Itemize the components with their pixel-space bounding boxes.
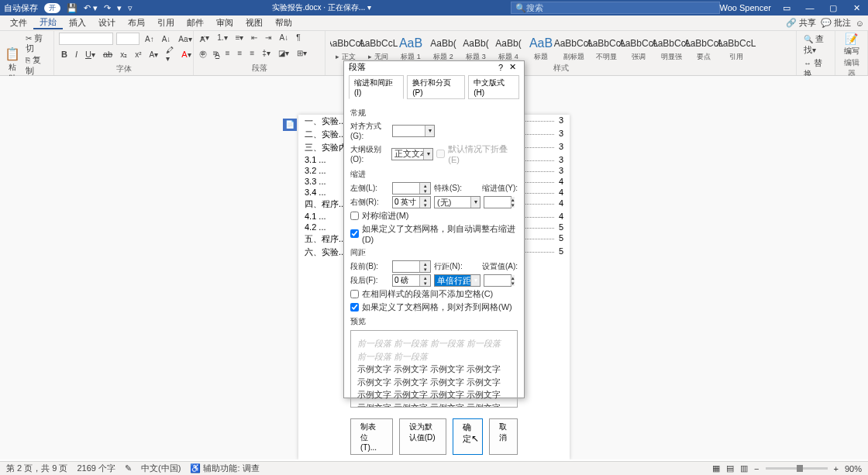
nosame-checkbox[interactable]	[350, 290, 359, 298]
style-item-7[interactable]: AaBbCcL副标题	[558, 33, 589, 63]
share-button[interactable]: 🔗 共享	[786, 17, 816, 29]
align-left-icon[interactable]: ≡	[198, 48, 208, 58]
tab-mailings[interactable]: 邮件	[181, 17, 210, 29]
language-status[interactable]: 中文(中国)	[141, 463, 181, 474]
copy-button[interactable]: ⎘ 复制	[23, 54, 49, 76]
dialog-tab-asian[interactable]: 中文版式(H)	[468, 75, 519, 99]
tab-view[interactable]: 视图	[239, 17, 269, 29]
mirror-checkbox[interactable]	[350, 212, 359, 220]
font-size-combo[interactable]	[116, 33, 140, 45]
right-indent-spin[interactable]: ▴▾	[392, 196, 431, 208]
view-readmode-icon[interactable]: ▦	[712, 463, 720, 473]
style-item-5[interactable]: AaBb(标题 4	[493, 33, 524, 63]
editor-button[interactable]: 编写	[840, 45, 863, 57]
tab-layout[interactable]: 布局	[122, 17, 151, 29]
after-spin[interactable]: ▴▾	[392, 274, 431, 287]
dialog-tab-pagination[interactable]: 换行和分页(P)	[407, 75, 465, 99]
text-effects-icon[interactable]: A▾	[147, 50, 161, 60]
save-icon[interactable]: 💾	[67, 3, 78, 13]
tab-design[interactable]: 设计	[92, 17, 122, 29]
view-web-icon[interactable]: ▥	[740, 463, 748, 473]
shading-icon[interactable]: ◪▾	[276, 48, 291, 58]
snap-checkbox[interactable]	[350, 303, 359, 312]
style-item-11[interactable]: AaBbCcL要点	[688, 33, 719, 63]
editor-icon[interactable]: 📝	[840, 33, 863, 45]
search-box[interactable]: 🔍 搜索	[511, 2, 720, 14]
sort-icon[interactable]: A↓	[277, 33, 291, 43]
style-item-9[interactable]: AaBbCcL强调	[623, 33, 654, 63]
distribute-icon[interactable]: ≡	[247, 48, 257, 58]
ok-button[interactable]: 确定↖	[453, 418, 482, 455]
left-indent-spin[interactable]: ▴▾	[392, 182, 431, 194]
style-item-10[interactable]: AaBbCcL明显强调	[656, 33, 687, 63]
find-button[interactable]: 🔍 查找▾	[801, 33, 830, 57]
style-item-0[interactable]: AaBbCcL▸ 正文	[330, 33, 361, 63]
tab-insert[interactable]: 插入	[63, 17, 92, 29]
style-item-3[interactable]: AaBb(标题 2	[428, 33, 459, 63]
style-item-4[interactable]: AaBb(标题 3	[460, 33, 491, 63]
font-color-icon[interactable]: A▾	[179, 49, 193, 60]
highlight-icon[interactable]: 🖍▾	[164, 45, 176, 64]
font-name-combo[interactable]	[59, 33, 113, 45]
minimize-button[interactable]: —	[802, 3, 818, 12]
by-spin[interactable]: ▴▾	[484, 196, 512, 208]
qat-more-icon[interactable]: ▾	[117, 3, 122, 13]
maximize-button[interactable]: ▢	[825, 3, 841, 13]
spellcheck-icon[interactable]: ✎	[125, 463, 132, 473]
before-spin[interactable]: ▴▾	[392, 260, 431, 273]
style-item-2[interactable]: AaB标题 1	[395, 33, 426, 63]
style-item-12[interactable]: AaBbCcL引用	[721, 33, 752, 63]
redo-icon[interactable]: ↷	[104, 3, 111, 13]
paste-icon[interactable]: 📋	[5, 46, 20, 61]
align-right-icon[interactable]: ≡	[223, 48, 232, 58]
comments-button[interactable]: 💬 批注	[821, 17, 851, 29]
dialog-tab-indent[interactable]: 缩进和间距(I)	[349, 75, 404, 99]
tabs-button[interactable]: 制表位(T)...	[350, 418, 393, 455]
zoom-level[interactable]: 90%	[845, 464, 862, 473]
ribbon-display-icon[interactable]: ▭	[779, 3, 794, 13]
at-spin[interactable]: ▴▾	[484, 274, 512, 287]
grow-font-icon[interactable]: A↑	[143, 34, 157, 44]
zoom-in-icon[interactable]: +	[834, 464, 839, 473]
style-item-8[interactable]: AaBbCcL不明显强调	[591, 33, 622, 63]
tab-help[interactable]: 帮助	[269, 17, 298, 29]
view-print-icon[interactable]: ▤	[726, 463, 734, 473]
undo-icon[interactable]: ↶ ▾	[84, 3, 98, 13]
word-count[interactable]: 2169 个字	[77, 463, 115, 474]
subscript-button[interactable]: x₂	[118, 50, 129, 60]
superscript-button[interactable]: x²	[133, 50, 143, 60]
cut-button[interactable]: ✂ 剪切	[23, 33, 49, 54]
line-spacing-combo[interactable]: 单倍行距▾	[434, 274, 480, 287]
outline-combo[interactable]: 正文文本▾	[391, 148, 433, 160]
change-case-icon[interactable]: Aa▾	[176, 34, 194, 44]
style-item-6[interactable]: AaB标题	[525, 33, 556, 63]
italic-button[interactable]: I	[73, 49, 80, 60]
show-marks-icon[interactable]: ¶	[294, 33, 302, 43]
underline-button[interactable]: U▾	[83, 49, 98, 60]
dialog-close-button[interactable]: ✕	[506, 62, 519, 72]
borders-icon[interactable]: ⊞▾	[294, 48, 309, 58]
dialog-help-button[interactable]: ?	[495, 63, 506, 72]
line-spacing-icon[interactable]: ‡▾	[260, 48, 273, 58]
smile-icon[interactable]: ☺	[856, 19, 864, 28]
style-item-1[interactable]: AaBbCcL▸ 无间隔	[363, 33, 394, 63]
tab-review[interactable]: 审阅	[210, 17, 239, 29]
zoom-out-icon[interactable]: −	[754, 464, 759, 473]
justify-icon[interactable]: ≡	[236, 48, 245, 58]
tab-references[interactable]: 引用	[151, 17, 181, 29]
align-combo[interactable]: ▾	[392, 125, 435, 137]
special-combo[interactable]: (无)▾	[434, 196, 480, 208]
username[interactable]: Woo Spencer	[720, 3, 771, 12]
cancel-button[interactable]: 取消	[489, 418, 518, 455]
increase-indent-icon[interactable]: ⇥	[263, 33, 274, 43]
bold-button[interactable]: B	[59, 49, 70, 60]
tab-home[interactable]: 开始	[33, 16, 63, 29]
close-button[interactable]: ✕	[849, 3, 864, 13]
collapse-checkbox[interactable]	[436, 150, 445, 158]
numbering-icon[interactable]: 1.▾	[215, 33, 229, 43]
accessibility-status[interactable]: ♿ 辅助功能: 调查	[190, 463, 259, 474]
decrease-indent-icon[interactable]: ⇤	[249, 33, 260, 43]
strike-button[interactable]: ab	[101, 49, 115, 60]
page-status[interactable]: 第 2 页，共 9 页	[6, 463, 67, 474]
align-center-icon[interactable]: ≡	[211, 48, 220, 58]
